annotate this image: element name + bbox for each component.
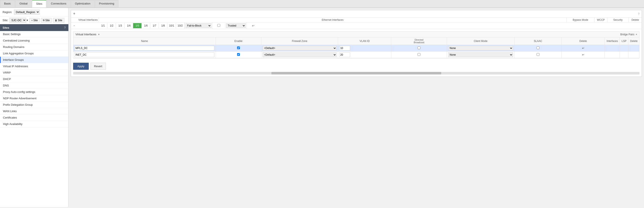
region-label: Region: bbox=[2, 10, 12, 14]
tab-optimization[interactable]: Optimization bbox=[71, 0, 94, 7]
delete-header-label: Delete bbox=[629, 17, 642, 22]
tab-basic[interactable]: Basic bbox=[0, 0, 15, 7]
panel-plus-icon[interactable]: + bbox=[73, 11, 76, 16]
sidebar-item-link-aggregation-groups[interactable]: Link Aggregation Groups bbox=[0, 50, 68, 57]
bridge-pairs-add-icon[interactable]: + bbox=[636, 33, 637, 36]
vi-enable-checkbox[interactable] bbox=[237, 46, 240, 49]
col-slaac: SLAAC bbox=[514, 37, 562, 45]
eth-btn-1-2[interactable]: 1/2 bbox=[108, 23, 116, 28]
vi-delete-button[interactable]: ↩ bbox=[582, 53, 584, 56]
sidebar: Region: Default_Region Site: SJC-DC ▾ + … bbox=[0, 8, 68, 207]
vi-firewall-zone-cell: <Default> bbox=[261, 45, 338, 52]
nav-header: Sites ? bbox=[0, 24, 68, 31]
eth-port-buttons: 1/1 1/2 1/3 1/4 1/5 1/6 1/7 1/8 10/1 10/… bbox=[99, 23, 184, 28]
sidebar-item-high-availability[interactable]: High Availability bbox=[0, 121, 68, 127]
security-select[interactable]: Trusted Untrusted Public bbox=[226, 23, 246, 28]
eth-btn-10-1[interactable]: 10/1 bbox=[168, 23, 176, 28]
vi-client-mode-select[interactable]: None bbox=[448, 46, 513, 50]
vi-enable-checkbox[interactable] bbox=[237, 53, 240, 56]
collapse-button[interactable]: − bbox=[71, 23, 78, 28]
nav-help-icon[interactable]: ? bbox=[64, 26, 66, 29]
region-select[interactable]: Default_Region bbox=[14, 10, 40, 14]
vi-directed-broadcast-checkbox[interactable] bbox=[418, 53, 420, 56]
sidebar-item-centralized-licensing[interactable]: Centralized Licensing bbox=[0, 37, 68, 44]
eth-btn-1-8[interactable]: 1/8 bbox=[159, 23, 168, 28]
col-enable: Enable bbox=[216, 37, 261, 45]
interface-row: − 1/1 1/2 1/3 1/4 1/5 1/6 1/7 1/8 10/1 1… bbox=[71, 22, 642, 29]
sidebar-item-proxy-auto-config[interactable]: Proxy Auto-config settings bbox=[0, 89, 68, 95]
bp-lsp-cell bbox=[620, 52, 628, 58]
site-dropdown-icon: ▾ bbox=[26, 19, 28, 22]
vi-delete-button[interactable]: ↩ bbox=[582, 47, 584, 50]
sidebar-item-ndp-router-advertisement[interactable]: NDP Router Advertisement bbox=[0, 95, 68, 102]
copy-site-label: Site bbox=[45, 19, 50, 22]
vi-name-input[interactable] bbox=[74, 46, 214, 50]
panel-help-icon[interactable]: ? bbox=[638, 12, 640, 16]
eth-btn-1-3[interactable]: 1/3 bbox=[116, 23, 124, 28]
horizontal-scrollbar[interactable] bbox=[73, 72, 640, 75]
eth-btn-1-1[interactable]: 1/1 bbox=[99, 23, 108, 28]
copy-icon: ⧉ bbox=[43, 19, 44, 22]
eth-btn-1-4[interactable]: 1/4 bbox=[124, 23, 133, 28]
vi-vlan-id-input[interactable] bbox=[339, 52, 350, 57]
sidebar-item-vrrp[interactable]: VRRP bbox=[0, 70, 68, 76]
vi-enable-cell bbox=[216, 52, 261, 58]
eth-btn-1-5[interactable]: 1/5 bbox=[133, 23, 142, 28]
tab-sites[interactable]: Sites bbox=[32, 0, 46, 7]
copy-site-button[interactable]: ⧉ Site bbox=[41, 18, 52, 23]
bottom-bar: Apply Revert bbox=[71, 61, 642, 72]
sidebar-item-virtual-ip-addresses[interactable]: Virtual IP Addresses bbox=[0, 63, 68, 70]
apply-button[interactable]: Apply bbox=[73, 63, 89, 70]
add-site-button[interactable]: + Site bbox=[29, 18, 40, 23]
vi-name-input[interactable] bbox=[74, 52, 214, 57]
vi-firewall-zone-select[interactable]: <Default> bbox=[262, 52, 336, 57]
sidebar-item-routing-domains[interactable]: Routing Domains bbox=[0, 44, 68, 50]
sidebar-item-prefix-delegation-group[interactable]: Prefix Delegation Group bbox=[0, 102, 68, 108]
bypass-mode-header-label: Bypass Mode bbox=[566, 17, 594, 22]
vi-firewall-zone-cell: <Default> bbox=[261, 52, 338, 58]
virtual-interfaces-header-label: Virtual Interfaces bbox=[78, 17, 99, 22]
tab-global[interactable]: Global bbox=[16, 0, 32, 7]
sidebar-item-wan-links[interactable]: WAN Links bbox=[0, 108, 68, 114]
vi-firewall-zone-select[interactable]: <Default> bbox=[262, 46, 336, 50]
vi-vlan-id-cell bbox=[338, 45, 391, 52]
vi-section-header-right: Bridge Pairs + bbox=[620, 33, 637, 36]
sidebar-item-dhcp[interactable]: DHCP bbox=[0, 76, 68, 82]
add-site-label: Site bbox=[33, 19, 38, 22]
delete-site-button[interactable]: 🗑 Site bbox=[53, 18, 64, 23]
sidebar-item-certificates[interactable]: Certificates bbox=[0, 114, 68, 121]
vi-vlan-id-input[interactable] bbox=[339, 46, 350, 50]
site-row: Site: SJC-DC ▾ + Site ⧉ Site 🗑 Site bbox=[0, 16, 68, 24]
main-layout: Region: Default_Region Site: SJC-DC ▾ + … bbox=[0, 8, 644, 207]
bp-interfaces-cell bbox=[605, 52, 620, 58]
col-directed-broadcast: DirectedBroadcast bbox=[391, 37, 447, 45]
bridge-pairs-header: Bridge Pairs + bbox=[620, 33, 637, 36]
vi-section-header: Virtual Interfaces + Bridge Pairs + bbox=[73, 31, 639, 37]
revert-button[interactable]: Revert bbox=[90, 63, 106, 70]
eth-btn-10-2[interactable]: 10/2 bbox=[176, 23, 184, 28]
tab-connections[interactable]: Connections bbox=[47, 0, 70, 7]
vi-section-add-icon[interactable]: + bbox=[98, 33, 100, 36]
eth-btn-1-6[interactable]: 1/6 bbox=[142, 23, 150, 28]
sidebar-item-basic-settings[interactable]: Basic Settings bbox=[0, 31, 68, 37]
vi-slaac-checkbox[interactable] bbox=[536, 53, 540, 56]
site-select[interactable]: SJC-DC bbox=[10, 18, 26, 23]
eth-btn-1-7[interactable]: 1/7 bbox=[150, 23, 159, 28]
vi-name-cell bbox=[73, 45, 216, 52]
main-panel: + ? Virtual Interfaces Ethernet Interfac… bbox=[71, 10, 642, 77]
bp-interfaces-cell bbox=[605, 45, 620, 52]
vi-enable-cell bbox=[216, 45, 261, 52]
virtual-interfaces-section: Virtual Interfaces + Bridge Pairs + Name bbox=[73, 31, 640, 58]
scrollbar-thumb bbox=[272, 72, 442, 75]
vi-slaac-checkbox[interactable] bbox=[536, 46, 540, 49]
bridge-pairs-label: Bridge Pairs bbox=[620, 33, 634, 36]
wccp-checkbox[interactable] bbox=[218, 24, 220, 27]
vi-client-mode-select[interactable]: None bbox=[448, 52, 513, 57]
sidebar-item-dns[interactable]: DNS bbox=[0, 82, 68, 89]
tab-provisioning[interactable]: Provisioning bbox=[95, 0, 118, 7]
bypass-mode-select[interactable]: Fail-to-Block Fail-to-Wire Fail-to-Bypas… bbox=[186, 23, 212, 28]
sidebar-item-interface-groups[interactable]: Interface Groups bbox=[0, 57, 68, 63]
vi-directed-broadcast-checkbox[interactable] bbox=[418, 46, 420, 49]
wccp-cell bbox=[212, 23, 225, 28]
row-delete-button[interactable]: ↩ bbox=[252, 24, 254, 27]
